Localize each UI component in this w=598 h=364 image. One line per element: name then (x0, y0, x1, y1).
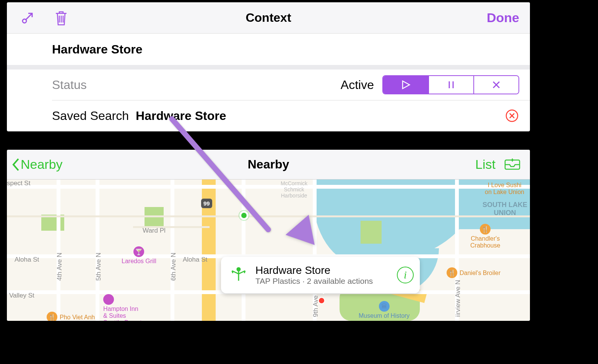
callout-text: Hardware Store TAP Plastics · 2 availabl… (255, 264, 397, 286)
inbox-icon[interactable] (504, 157, 521, 172)
status-row: Status Active (7, 70, 530, 100)
nearby-header: Nearby Nearby List (7, 150, 530, 180)
street-label: 4th Ave N (56, 253, 63, 281)
fork-icon: 🍴 (47, 312, 57, 321)
poi-mohai[interactable]: 🏛 Museum of History (359, 301, 410, 319)
saved-search-label: Saved Search (52, 109, 129, 123)
map-road (171, 180, 174, 321)
status-value: Active (341, 78, 374, 92)
map-pin[interactable] (318, 297, 325, 304)
poi-laredos[interactable]: 🍸 Laredos Grill (122, 246, 156, 265)
list-button[interactable]: List (475, 157, 496, 172)
page-title: Context (7, 11, 530, 25)
context-name-field[interactable]: Hardware Store (7, 34, 530, 65)
street-label: 5th Ave N (95, 253, 102, 281)
poi-phoviet[interactable]: 🍴 Pho Viet Anh (47, 312, 95, 321)
map-park (361, 221, 382, 244)
street-label: spect St (7, 180, 30, 187)
highway-shield: 99 (201, 199, 212, 208)
poi-chandlers[interactable]: 🍴 Chandler's Crabhouse (470, 224, 500, 249)
saved-search-value: Hardware Store (136, 109, 226, 123)
share-icon[interactable] (18, 9, 37, 27)
fork-icon: 🍴 (447, 267, 457, 278)
status-cancel-button[interactable] (473, 76, 518, 94)
poi-sushi[interactable]: I Love Sushi on Lake Union (485, 182, 524, 196)
poi-daniels[interactable]: 🍴 Daniel's Broiler (447, 267, 500, 279)
saved-search-row[interactable]: Saved Search Hardware Store (7, 100, 530, 131)
bed-icon: 🛏 (103, 294, 114, 305)
svg-point-3 (237, 268, 240, 271)
done-button[interactable]: Done (487, 10, 519, 25)
street-label: Ward Pl (143, 227, 166, 235)
nearby-panel: Nearby Nearby List (7, 150, 530, 321)
map-road (57, 180, 60, 321)
map-road (96, 180, 99, 321)
neighborhood-label: SOUTH LAKE UNION (483, 201, 527, 217)
info-button[interactable]: i (397, 267, 414, 283)
section-divider (7, 65, 530, 70)
back-button[interactable]: Nearby (11, 157, 63, 172)
user-location-dot (239, 211, 249, 220)
status-pause-button[interactable] (428, 76, 473, 94)
map-road (7, 215, 530, 217)
trash-icon[interactable] (52, 9, 70, 27)
status-active-button[interactable] (383, 76, 428, 94)
poi-hampton[interactable]: 🛏 Hampton Inn & Suites Seattle-Downtown (103, 294, 153, 321)
map-callout[interactable]: Hardware Store TAP Plastics · 2 availabl… (221, 257, 420, 293)
status-segmented-control (382, 75, 519, 94)
street-label: 6th Ave N (170, 253, 177, 281)
street-label: iirview Ave N (454, 280, 462, 317)
street-label: Aloha St (15, 256, 39, 264)
nearby-title: Nearby (7, 157, 530, 171)
fork-icon: 🍴 (480, 224, 491, 235)
cocktail-icon: 🍸 (133, 246, 144, 257)
map[interactable]: spect St Aloha St Aloha St Valley St War… (7, 180, 530, 321)
street-label: Aloha St (183, 256, 207, 264)
status-label: Status (52, 78, 87, 92)
poi-mccormick[interactable]: McCormick Schmick Harborside (281, 180, 307, 199)
map-road (7, 185, 530, 189)
back-label: Nearby (21, 157, 63, 172)
context-panel: Context Done Hardware Store Status Activ… (7, 2, 530, 131)
clear-saved-search-button[interactable] (505, 108, 519, 123)
callout-title: Hardware Store (255, 264, 397, 277)
street-label: Valley St (9, 292, 34, 299)
context-header: Context Done (7, 2, 530, 34)
omnifocus-context-icon (228, 264, 249, 286)
museum-icon: 🏛 (379, 301, 390, 312)
svg-point-0 (23, 19, 26, 23)
callout-subtitle: TAP Plastics · 2 available actions (255, 277, 397, 286)
